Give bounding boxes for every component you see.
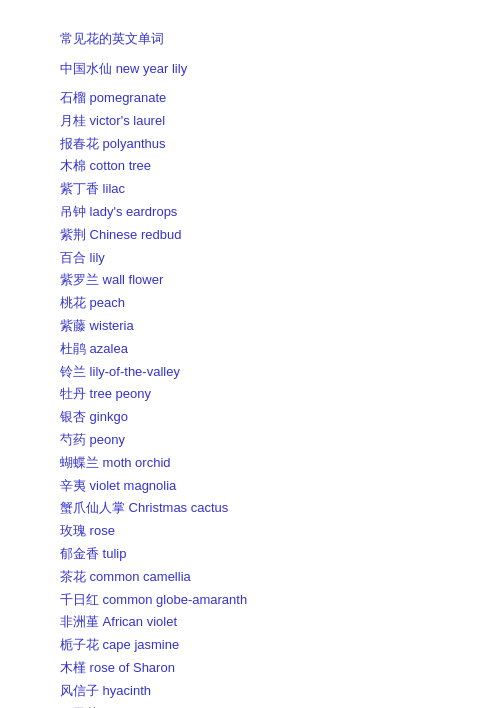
list-item: 风信子 hyacinth [60, 681, 440, 702]
list-item: 千日红 common globe-amaranth [60, 590, 440, 611]
list-item: 牡丹 tree peony [60, 384, 440, 405]
list-item: 非洲堇 African violet [60, 612, 440, 633]
list-item: 辛夷 violet magnolia [60, 476, 440, 497]
list-item: 杜鹃 azalea [60, 339, 440, 360]
list-item: 茶花 common camellia [60, 567, 440, 588]
list-item: 百合 lily [60, 248, 440, 269]
header-item: 中国水仙 new year lily [60, 60, 440, 78]
list-item: 玫瑰 rose [60, 521, 440, 542]
list-item: 银杏 ginkgo [60, 407, 440, 428]
list-item: 报春花 polyanthus [60, 134, 440, 155]
list-item: 紫藤 wisteria [60, 316, 440, 337]
header-chinese: 中国水仙 [60, 61, 112, 76]
list-item: 桃花 peach [60, 293, 440, 314]
list-item: 吊钟 lady's eardrops [60, 202, 440, 223]
list-item: 月桂 victor's laurel [60, 111, 440, 132]
list-item: 紫丁香 lilac [60, 179, 440, 200]
list-item: 铃兰 lily-of-the-valley [60, 362, 440, 383]
list-item: 紫荆 Chinese redbud [60, 225, 440, 246]
flower-list: 石榴 pomegranate月桂 victor's laurel报春花 poly… [60, 88, 440, 708]
list-item: 郁金香 tulip [60, 544, 440, 565]
list-item: 芍药 peony [60, 430, 440, 451]
list-item: 百子莲 African lily [60, 704, 440, 708]
header-english-text: new year lily [116, 61, 188, 76]
list-item: 木棉 cotton tree [60, 156, 440, 177]
list-item: 栀子花 cape jasmine [60, 635, 440, 656]
list-item: 蝴蝶兰 moth orchid [60, 453, 440, 474]
list-item: 木槿 rose of Sharon [60, 658, 440, 679]
list-item: 紫罗兰 wall flower [60, 270, 440, 291]
list-item: 石榴 pomegranate [60, 88, 440, 109]
page-title: 常见花的英文单词 [60, 30, 440, 48]
list-item: 蟹爪仙人掌 Christmas cactus [60, 498, 440, 519]
